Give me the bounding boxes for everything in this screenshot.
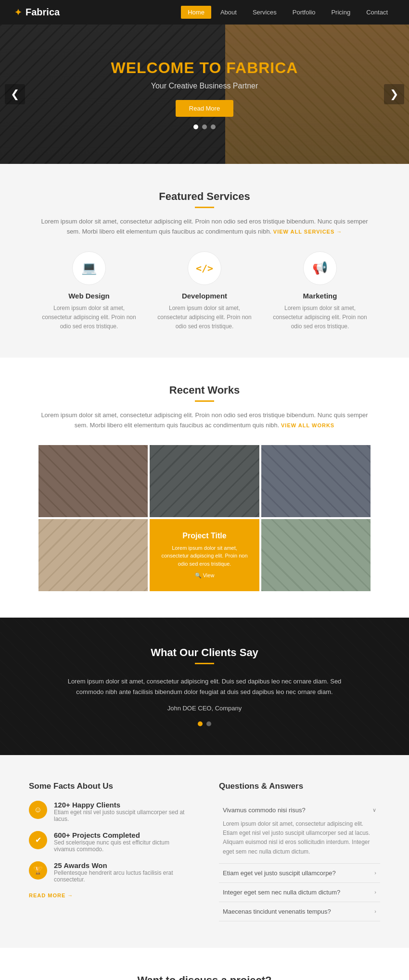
fact-item-awards: 🏆 25 Awards Won Pellentesque hendrerit a… bbox=[29, 861, 190, 883]
fact-desc-projects: Sed scelerisque nunc quis est efficitur … bbox=[54, 839, 190, 853]
faq-question-2[interactable]: Etiam eget vel justo suscipit ullamcorpe… bbox=[219, 864, 380, 882]
works-desc: Lorem ipsum dolor sit amet, consectetur … bbox=[38, 410, 371, 431]
testimonials-section: What Our Clients Say Lorem ipsum dolor s… bbox=[0, 618, 409, 755]
faq-arrow-2: › bbox=[374, 870, 376, 876]
brand[interactable]: ✦ Fabrica bbox=[14, 7, 60, 18]
work-featured-desc: Lorem ipsum dolor sit amet, consectetur … bbox=[159, 544, 249, 568]
faq-item-1: Vivamus commodo nisi risus? ∨ Lorem ipsu… bbox=[219, 801, 380, 864]
service-title-mkt: Marketing bbox=[269, 292, 371, 300]
testimonials-content: What Our Clients Say Lorem ipsum dolor s… bbox=[38, 646, 371, 726]
faq-item-4: Maecenas tincidunt venenatis tempus? › bbox=[219, 902, 380, 921]
facts-title: Some Facts About Us bbox=[29, 782, 190, 791]
hero-title-brand: FABRICA bbox=[226, 59, 298, 76]
fact-icon-awards: 🏆 bbox=[29, 861, 47, 880]
marketing-icon: 📢 bbox=[303, 251, 337, 285]
work-item-4[interactable] bbox=[38, 519, 148, 591]
faq-question-3[interactable]: Integer eget sem nec nulla dictum dictum… bbox=[219, 883, 380, 902]
services-view-all[interactable]: VIEW ALL SERVICES → bbox=[273, 229, 343, 235]
fact-number-awards: 25 Awards Won bbox=[54, 861, 190, 869]
hero-cta-button[interactable]: Read More bbox=[176, 100, 233, 117]
testimonials-dots bbox=[38, 721, 371, 726]
hero-dots bbox=[111, 124, 298, 129]
nav-contact[interactable]: Contact bbox=[359, 6, 395, 19]
hero-title-prefix: WELCOME TO bbox=[111, 59, 222, 76]
hero-next-arrow[interactable]: ❯ bbox=[384, 84, 404, 104]
hero-dot-3[interactable] bbox=[211, 124, 216, 129]
work-item-featured[interactable]: Project Title Lorem ipsum dolor sit amet… bbox=[150, 519, 259, 591]
work-item-1[interactable] bbox=[38, 445, 148, 517]
nav-services[interactable]: Services bbox=[246, 6, 283, 19]
services-desc: Lorem ipsum dolor sit amet, consectetur … bbox=[38, 217, 371, 237]
faq-arrow-4: › bbox=[374, 908, 376, 914]
works-view-all[interactable]: VIEW ALL WORKS bbox=[281, 422, 334, 428]
testimonials-divider bbox=[195, 663, 214, 664]
service-title-web: Web Design bbox=[38, 292, 140, 300]
fact-number-clients: 120+ Happy Clients bbox=[54, 801, 190, 809]
hero-dot-1[interactable] bbox=[193, 124, 198, 129]
fact-item-clients: ☺ 120+ Happy Clients Etiam eget nisl vel… bbox=[29, 801, 190, 822]
hero-prev-arrow[interactable]: ❮ bbox=[5, 84, 25, 104]
faq-item-3: Integer eget sem nec nulla dictum dictum… bbox=[219, 883, 380, 902]
nav-home[interactable]: Home bbox=[181, 6, 211, 19]
testimonial-dot-2[interactable] bbox=[206, 721, 211, 726]
fact-desc-awards: Pellentesque hendrerit arcu luctus facil… bbox=[54, 869, 190, 883]
testimonials-author: John DOE CEO, Company bbox=[38, 705, 371, 712]
hero-dot-2[interactable] bbox=[202, 124, 207, 129]
navbar: ✦ Fabrica Home About Services Portfolio … bbox=[0, 0, 409, 25]
faq-arrow-3: › bbox=[374, 889, 376, 895]
hero-content: WELCOME TO FABRICA Your Creative Busines… bbox=[111, 59, 298, 129]
services-divider bbox=[195, 207, 214, 208]
testimonial-dot-1[interactable] bbox=[198, 721, 203, 726]
fact-desc-clients: Etiam eget nisl vel justo suscipit ullam… bbox=[54, 809, 190, 822]
service-desc-web: Lorem ipsum dolor sit amet, consectetur … bbox=[38, 304, 140, 332]
work-item-2[interactable] bbox=[150, 445, 259, 517]
fact-item-projects: ✔ 600+ Projects Completed Sed scelerisqu… bbox=[29, 831, 190, 853]
services-title: Featured Services bbox=[38, 190, 371, 203]
fact-icon-clients: ☺ bbox=[29, 801, 47, 819]
web-design-icon: 💻 bbox=[72, 251, 106, 285]
testimonials-quote: Lorem ipsum dolor sit amet, consectetur … bbox=[65, 676, 344, 697]
nav-about[interactable]: About bbox=[214, 6, 243, 19]
services-section: Featured Services Lorem ipsum dolor sit … bbox=[0, 164, 409, 358]
faq-answer-1: Lorem ipsum dolor sit amet, consectetur … bbox=[219, 819, 380, 863]
facts-read-more[interactable]: READ MORE → bbox=[29, 893, 73, 898]
brand-icon: ✦ bbox=[14, 7, 22, 18]
works-grid: Project Title Lorem ipsum dolor sit amet… bbox=[38, 445, 371, 591]
faq-question-1[interactable]: Vivamus commodo nisi risus? ∨ bbox=[219, 801, 380, 819]
nav-menu: Home About Services Portfolio Pricing Co… bbox=[181, 9, 395, 16]
development-icon: </> bbox=[188, 251, 221, 285]
cta-title: Want to discuss a project? bbox=[38, 974, 371, 980]
works-title: Recent Works bbox=[38, 384, 371, 397]
works-section: Recent Works Lorem ipsum dolor sit amet,… bbox=[0, 358, 409, 618]
service-desc-mkt: Lorem ipsum dolor sit amet, consectetur … bbox=[269, 304, 371, 332]
faq-title: Questions & Answers bbox=[219, 782, 380, 791]
faq-question-4[interactable]: Maecenas tincidunt venenatis tempus? › bbox=[219, 902, 380, 921]
facts-column: Some Facts About Us ☺ 120+ Happy Clients… bbox=[29, 782, 190, 921]
fact-icon-projects: ✔ bbox=[29, 831, 47, 849]
service-marketing: 📢 Marketing Lorem ipsum dolor sit amet, … bbox=[269, 251, 371, 332]
faq-arrow-1: ∨ bbox=[372, 807, 376, 813]
service-desc-dev: Lorem ipsum dolor sit amet, consectetur … bbox=[154, 304, 255, 332]
services-grid: 💻 Web Design Lorem ipsum dolor sit amet,… bbox=[38, 251, 371, 332]
faq-column: Questions & Answers Vivamus commodo nisi… bbox=[219, 782, 380, 921]
service-title-dev: Development bbox=[154, 292, 255, 300]
hero-title: WELCOME TO FABRICA bbox=[111, 59, 298, 77]
service-development: </> Development Lorem ipsum dolor sit am… bbox=[154, 251, 255, 332]
testimonials-title: What Our Clients Say bbox=[38, 646, 371, 659]
nav-portfolio[interactable]: Portfolio bbox=[286, 6, 322, 19]
work-item-3[interactable] bbox=[261, 445, 371, 517]
brand-name: Fabrica bbox=[26, 7, 60, 18]
work-item-6[interactable] bbox=[261, 519, 371, 591]
works-divider bbox=[195, 400, 214, 402]
facts-faq-section: Some Facts About Us ☺ 120+ Happy Clients… bbox=[0, 755, 409, 948]
fact-number-projects: 600+ Projects Completed bbox=[54, 831, 190, 839]
nav-pricing[interactable]: Pricing bbox=[324, 6, 357, 19]
work-featured-title: Project Title bbox=[182, 532, 226, 540]
faq-item-2: Etiam eget vel justo suscipit ullamcorpe… bbox=[219, 864, 380, 883]
cta-section: Want to discuss a project? Lorem ipsum d… bbox=[0, 948, 409, 980]
service-web-design: 💻 Web Design Lorem ipsum dolor sit amet,… bbox=[38, 251, 140, 332]
hero-subtitle: Your Creative Business Partner bbox=[111, 82, 298, 90]
hero-section: ❮ WELCOME TO FABRICA Your Creative Busin… bbox=[0, 25, 409, 164]
work-view-btn[interactable]: 🔍 View bbox=[195, 572, 215, 579]
